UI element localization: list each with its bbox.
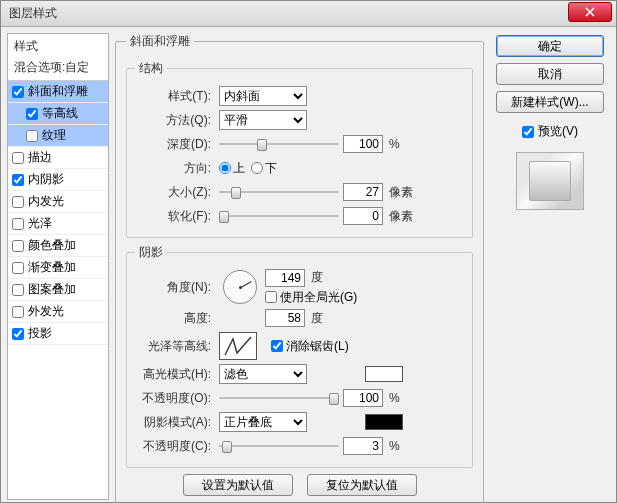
style-item-checkbox[interactable] bbox=[12, 240, 24, 252]
style-item-label: 图案叠加 bbox=[28, 281, 76, 298]
bevel-emboss-group: 斜面和浮雕 结构 样式(T): 内斜面 方法(Q): 平滑 深度(D): bbox=[115, 33, 484, 503]
gloss-contour-label: 光泽等高线: bbox=[135, 338, 215, 355]
style-item-11[interactable]: 投影 bbox=[8, 323, 108, 345]
depth-label: 深度(D): bbox=[135, 136, 215, 153]
style-item-label: 外发光 bbox=[28, 303, 64, 320]
styles-header: 样式 bbox=[8, 34, 108, 57]
altitude-label: 高度: bbox=[135, 310, 215, 327]
size-input[interactable] bbox=[343, 183, 383, 201]
style-item-label: 内发光 bbox=[28, 193, 64, 210]
method-label: 方法(Q): bbox=[135, 112, 215, 129]
style-item-3[interactable]: 描边 bbox=[8, 147, 108, 169]
angle-input[interactable] bbox=[265, 269, 305, 287]
blend-options-label[interactable]: 混合选项:自定 bbox=[8, 57, 108, 81]
style-list: 斜面和浮雕等高线纹理描边内阴影内发光光泽颜色叠加渐变叠加图案叠加外发光投影 bbox=[8, 81, 108, 499]
dir-up-radio[interactable]: 上 bbox=[219, 160, 245, 177]
settings-panel: 斜面和浮雕 结构 样式(T): 内斜面 方法(Q): 平滑 深度(D): bbox=[115, 33, 484, 500]
style-item-checkbox[interactable] bbox=[12, 306, 24, 318]
dialog-window: 图层样式 样式 混合选项:自定 斜面和浮雕等高线纹理描边内阴影内发光光泽颜色叠加… bbox=[0, 0, 617, 503]
ok-button[interactable]: 确定 bbox=[496, 35, 604, 57]
highlight-mode-label: 高光模式(H): bbox=[135, 366, 215, 383]
window-title: 图层样式 bbox=[9, 5, 57, 22]
shading-group: 阴影 角度(N): 度 使用全局光(G) bbox=[126, 244, 473, 468]
style-item-checkbox[interactable] bbox=[12, 262, 24, 274]
action-panel: 确定 取消 新建样式(W)... 预览(V) bbox=[490, 33, 610, 500]
style-item-label: 描边 bbox=[28, 149, 52, 166]
style-item-checkbox[interactable] bbox=[12, 152, 24, 164]
style-item-checkbox[interactable] bbox=[12, 328, 24, 340]
gloss-contour-picker[interactable] bbox=[219, 332, 257, 360]
styles-panel: 样式 混合选项:自定 斜面和浮雕等高线纹理描边内阴影内发光光泽颜色叠加渐变叠加图… bbox=[7, 33, 109, 500]
dir-down-radio[interactable]: 下 bbox=[251, 160, 277, 177]
style-item-6[interactable]: 光泽 bbox=[8, 213, 108, 235]
style-item-checkbox[interactable] bbox=[12, 218, 24, 230]
style-select[interactable]: 内斜面 bbox=[219, 86, 307, 106]
style-item-8[interactable]: 渐变叠加 bbox=[8, 257, 108, 279]
highlight-opacity-input[interactable] bbox=[343, 389, 383, 407]
size-label: 大小(Z): bbox=[135, 184, 215, 201]
altitude-unit: 度 bbox=[311, 310, 323, 327]
soften-unit: 像素 bbox=[389, 208, 413, 225]
style-item-10[interactable]: 外发光 bbox=[8, 301, 108, 323]
size-slider[interactable] bbox=[219, 185, 339, 199]
shadow-opacity-unit: % bbox=[389, 439, 400, 453]
style-item-label: 光泽 bbox=[28, 215, 52, 232]
close-icon bbox=[585, 7, 595, 17]
highlight-opacity-label: 不透明度(O): bbox=[135, 390, 215, 407]
style-item-checkbox[interactable] bbox=[12, 86, 24, 98]
style-item-7[interactable]: 颜色叠加 bbox=[8, 235, 108, 257]
style-item-9[interactable]: 图案叠加 bbox=[8, 279, 108, 301]
style-item-0[interactable]: 斜面和浮雕 bbox=[8, 81, 108, 103]
make-default-button[interactable]: 设置为默认值 bbox=[183, 474, 293, 496]
preview-thumbnail bbox=[516, 152, 584, 210]
highlight-opacity-slider[interactable] bbox=[219, 391, 339, 405]
soften-slider[interactable] bbox=[219, 209, 339, 223]
preview-glass-icon bbox=[529, 161, 571, 201]
style-item-1[interactable]: 等高线 bbox=[8, 103, 108, 125]
antialias-checkbox[interactable]: 消除锯齿(L) bbox=[271, 338, 349, 355]
structure-group: 结构 样式(T): 内斜面 方法(Q): 平滑 深度(D): % bbox=[126, 60, 473, 238]
depth-unit: % bbox=[389, 137, 400, 151]
style-item-label: 投影 bbox=[28, 325, 52, 342]
style-item-checkbox[interactable] bbox=[26, 108, 38, 120]
style-item-4[interactable]: 内阴影 bbox=[8, 169, 108, 191]
highlight-mode-select[interactable]: 滤色 bbox=[219, 364, 307, 384]
soften-label: 软化(F): bbox=[135, 208, 215, 225]
style-item-checkbox[interactable] bbox=[12, 174, 24, 186]
close-button[interactable] bbox=[568, 2, 612, 22]
shadow-mode-label: 阴影模式(A): bbox=[135, 414, 215, 431]
new-style-button[interactable]: 新建样式(W)... bbox=[496, 91, 604, 113]
method-select[interactable]: 平滑 bbox=[219, 110, 307, 130]
altitude-input[interactable] bbox=[265, 309, 305, 327]
highlight-color-swatch[interactable] bbox=[365, 366, 403, 382]
shadow-opacity-input[interactable] bbox=[343, 437, 383, 455]
bevel-legend: 斜面和浮雕 bbox=[126, 33, 194, 50]
highlight-opacity-unit: % bbox=[389, 391, 400, 405]
style-item-label: 渐变叠加 bbox=[28, 259, 76, 276]
angle-unit: 度 bbox=[311, 269, 323, 286]
cancel-button[interactable]: 取消 bbox=[496, 63, 604, 85]
depth-input[interactable] bbox=[343, 135, 383, 153]
angle-dial[interactable] bbox=[223, 270, 257, 304]
global-light-checkbox[interactable]: 使用全局光(G) bbox=[265, 289, 357, 306]
depth-slider[interactable] bbox=[219, 137, 339, 151]
angle-label: 角度(N): bbox=[135, 279, 215, 296]
shadow-color-swatch[interactable] bbox=[365, 414, 403, 430]
titlebar: 图层样式 bbox=[1, 1, 616, 27]
shadow-opacity-slider[interactable] bbox=[219, 439, 339, 453]
preview-checkbox[interactable]: 预览(V) bbox=[522, 123, 578, 140]
size-unit: 像素 bbox=[389, 184, 413, 201]
reset-default-button[interactable]: 复位为默认值 bbox=[307, 474, 417, 496]
direction-label: 方向: bbox=[135, 160, 215, 177]
style-item-checkbox[interactable] bbox=[26, 130, 38, 142]
style-item-checkbox[interactable] bbox=[12, 196, 24, 208]
style-label: 样式(T): bbox=[135, 88, 215, 105]
style-item-label: 纹理 bbox=[42, 127, 66, 144]
soften-input[interactable] bbox=[343, 207, 383, 225]
style-item-checkbox[interactable] bbox=[12, 284, 24, 296]
shadow-mode-select[interactable]: 正片叠底 bbox=[219, 412, 307, 432]
style-item-2[interactable]: 纹理 bbox=[8, 125, 108, 147]
contour-icon bbox=[223, 335, 253, 357]
shadow-opacity-label: 不透明度(C): bbox=[135, 438, 215, 455]
style-item-5[interactable]: 内发光 bbox=[8, 191, 108, 213]
